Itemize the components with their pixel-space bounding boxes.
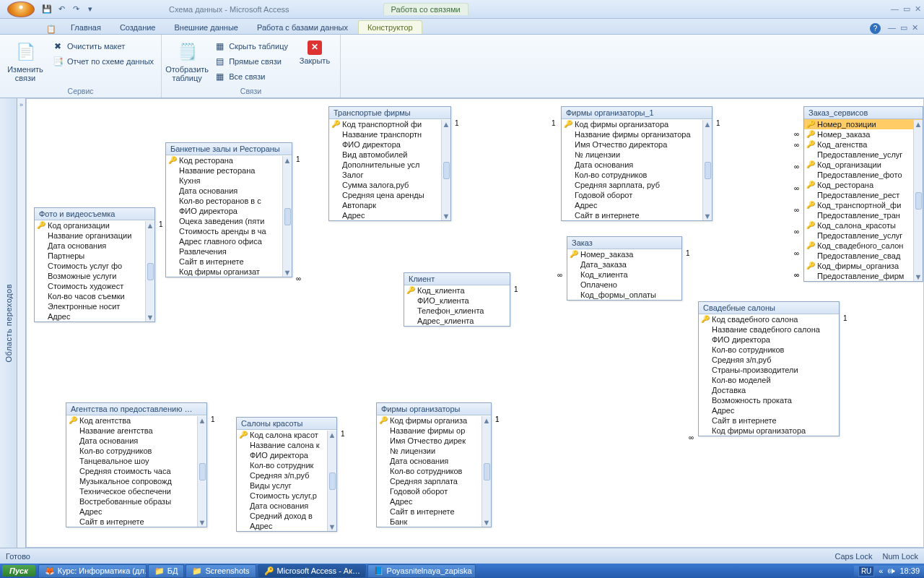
entity-field[interactable]: Дата основания bbox=[166, 186, 292, 196]
mdi-restore-icon[interactable]: ▭ bbox=[900, 23, 907, 34]
entity-field[interactable]: Музыкальное сопровожд bbox=[66, 476, 206, 486]
entity-field[interactable]: Кол-во сотрудников bbox=[377, 466, 491, 476]
entity-field[interactable]: 🔑Код_транспортной_фи bbox=[804, 200, 923, 210]
entity-field[interactable]: Стоимость услуг,р bbox=[237, 491, 336, 501]
entity-field[interactable]: Предоставление_рест bbox=[804, 190, 923, 200]
navigation-shutter[interactable]: » bbox=[17, 98, 26, 548]
clear-layout-button[interactable]: ✖Очистить макет bbox=[49, 39, 157, 53]
entity-field[interactable]: Средняя зарплата, руб bbox=[562, 180, 712, 190]
tab-dbtools[interactable]: Работа с базами данных bbox=[248, 21, 357, 34]
entity-field[interactable]: ФИО директора bbox=[699, 335, 839, 345]
tab-create[interactable]: Создание bbox=[111, 21, 165, 34]
entity-field[interactable]: Возможность проката bbox=[699, 395, 839, 405]
table-scrollbar[interactable]: ▲▼ bbox=[702, 120, 712, 220]
entity-header[interactable]: Салоны красоты bbox=[237, 418, 336, 430]
save-icon[interactable]: 💾 bbox=[40, 3, 53, 16]
entity-field[interactable]: Имя Отчество директора bbox=[562, 139, 712, 150]
table-scrollbar[interactable]: ▲▼ bbox=[282, 156, 292, 277]
entity-field[interactable]: Автопарк bbox=[329, 200, 450, 210]
entity-header[interactable]: Агентства по предоставлению … bbox=[66, 403, 206, 415]
entity-field[interactable]: Стоимость художест bbox=[35, 281, 154, 291]
maximize-icon[interactable]: ▭ bbox=[903, 4, 910, 14]
entity-field[interactable]: Средний доход в bbox=[237, 511, 336, 521]
entity-order[interactable]: Заказ🔑Номер_заказаДата_заказаКод_клиента… bbox=[567, 236, 682, 301]
entity-field[interactable]: Доставка bbox=[699, 385, 839, 395]
entity-field[interactable]: Адрес bbox=[377, 496, 491, 506]
table-scrollbar[interactable]: ▲▼ bbox=[481, 416, 491, 527]
taskbar-item[interactable]: 📁 БД bbox=[148, 564, 185, 578]
entity-field[interactable]: Код_клиента bbox=[567, 269, 681, 280]
entity-field[interactable]: ФИО директора bbox=[237, 450, 336, 460]
entity-field[interactable]: Кухня bbox=[166, 176, 292, 186]
entity-field[interactable]: Дополнительные усл bbox=[329, 160, 450, 170]
taskbar-item[interactable]: 📁 Screenshots bbox=[186, 564, 256, 578]
entity-field[interactable]: Адрес bbox=[329, 210, 450, 220]
entity-field[interactable]: Партнеры bbox=[35, 251, 154, 261]
close-button[interactable]: ✕ Закрыть bbox=[294, 39, 336, 66]
entity-field[interactable]: Дата_заказа bbox=[567, 259, 681, 269]
relationships-canvas[interactable]: Фото и видеосъемка🔑Код организацииНазван… bbox=[26, 98, 924, 548]
entity-field[interactable]: 🔑Код_свадебного_салон bbox=[804, 241, 923, 251]
entity-field[interactable]: Средняя з/п,руб bbox=[237, 470, 336, 480]
entity-header[interactable]: Клиент bbox=[404, 273, 510, 285]
minimize-icon[interactable]: — bbox=[891, 4, 899, 14]
entity-banquet[interactable]: Банкетные залы и Рестораны🔑Код ресторана… bbox=[165, 142, 292, 277]
entity-field[interactable]: Сайт в интернете bbox=[562, 210, 712, 220]
entity-field[interactable]: Техническое обеспечени bbox=[66, 486, 206, 496]
clock[interactable]: 18:39 bbox=[899, 566, 920, 575]
entity-field[interactable]: 🔑Код_агенства bbox=[804, 139, 923, 150]
taskbar-item[interactable]: 🔑 Microsoft Access - Ак… bbox=[258, 564, 366, 578]
entity-field[interactable]: Адрес bbox=[66, 506, 206, 517]
entity-field[interactable]: Кол-во сотрудник bbox=[237, 460, 336, 470]
hide-table-button[interactable]: ▦Скрыть таблицу bbox=[211, 39, 291, 53]
entity-field[interactable]: Сумма залога,руб bbox=[329, 180, 450, 190]
entity-field[interactable]: Адрес bbox=[699, 405, 839, 415]
entity-field[interactable]: Название свадебного салона bbox=[699, 324, 839, 335]
close-icon[interactable]: ✕ bbox=[915, 4, 921, 14]
entity-field[interactable]: Дата основания bbox=[66, 436, 206, 446]
entity-field[interactable]: Сайт в интернете bbox=[699, 415, 839, 426]
table-scrollbar[interactable]: ▲▼ bbox=[913, 120, 923, 281]
paste-icon[interactable]: 📋 bbox=[42, 25, 61, 34]
entity-field[interactable]: Предоставление_свад bbox=[804, 251, 923, 261]
entity-field[interactable]: Предоставление_фото bbox=[804, 170, 923, 180]
entity-field[interactable]: Банк bbox=[377, 517, 491, 527]
entity-field[interactable]: Адрес bbox=[237, 521, 336, 531]
entity-field[interactable]: Сайт в интернете bbox=[166, 256, 292, 267]
edit-relations-button[interactable]: 📄 Изменить связи bbox=[4, 39, 46, 84]
entity-field[interactable]: Средняя цена аренды bbox=[329, 190, 450, 200]
entity-field[interactable]: 🔑Номер_позиции bbox=[804, 119, 923, 129]
entity-field[interactable]: Название ресторана bbox=[166, 165, 292, 176]
entity-wedding[interactable]: Свадебные салоны🔑Код свадебного салонаНа… bbox=[698, 301, 840, 436]
entity-field[interactable]: Электронные носит bbox=[35, 301, 154, 311]
entity-field[interactable]: 🔑Номер_заказа bbox=[567, 249, 681, 259]
tab-design[interactable]: Конструктор bbox=[358, 20, 422, 34]
language-indicator[interactable]: RU bbox=[858, 566, 874, 577]
entity-beauty[interactable]: Салоны красоты🔑Код салона красотНазвание… bbox=[236, 417, 337, 532]
undo-icon[interactable]: ↶ bbox=[55, 3, 68, 16]
entity-field[interactable]: Предоставление_фирм bbox=[804, 271, 923, 281]
entity-field[interactable]: 🔑Номер_заказа bbox=[804, 129, 923, 139]
entity-field[interactable]: № лицензии bbox=[377, 446, 491, 456]
entity-field[interactable]: Дата основания bbox=[35, 241, 154, 251]
tab-external[interactable]: Внешние данные bbox=[166, 21, 247, 34]
direct-relations-button[interactable]: ▤Прямые связи bbox=[211, 54, 291, 69]
entity-client[interactable]: Клиент🔑Код_клиентаФИО_клиентаТелефон_кли… bbox=[404, 272, 510, 327]
entity-field[interactable]: Средняя зарплата bbox=[377, 476, 491, 486]
entity-field[interactable]: Залог bbox=[329, 170, 450, 180]
entity-field[interactable]: Название фирмы ор bbox=[377, 426, 491, 436]
entity-field[interactable]: Адрес_клиента bbox=[404, 316, 510, 326]
entity-field[interactable]: 🔑Код_клиента bbox=[404, 285, 510, 296]
entity-field[interactable]: 🔑Код фирмы организатора bbox=[562, 119, 712, 129]
tray-icon[interactable]: 🕪 bbox=[887, 566, 895, 575]
show-table-button[interactable]: 🗒️ Отобразить таблицу bbox=[166, 39, 208, 84]
entity-header[interactable]: Фото и видеосъемка bbox=[35, 208, 154, 220]
entity-field[interactable]: Годовой оборот bbox=[562, 190, 712, 200]
entity-field[interactable]: Название транспортн bbox=[329, 129, 450, 139]
entity-field[interactable]: Дата основания bbox=[377, 456, 491, 466]
entity-field[interactable]: 🔑Код фирмы организа bbox=[377, 415, 491, 426]
entity-field[interactable]: Предоставление_тран bbox=[804, 210, 923, 220]
entity-field[interactable]: Название салона к bbox=[237, 440, 336, 450]
entity-field[interactable]: 🔑Код_фирмы_организа bbox=[804, 261, 923, 271]
entity-field[interactable]: Кол-во сотрудников bbox=[562, 170, 712, 180]
